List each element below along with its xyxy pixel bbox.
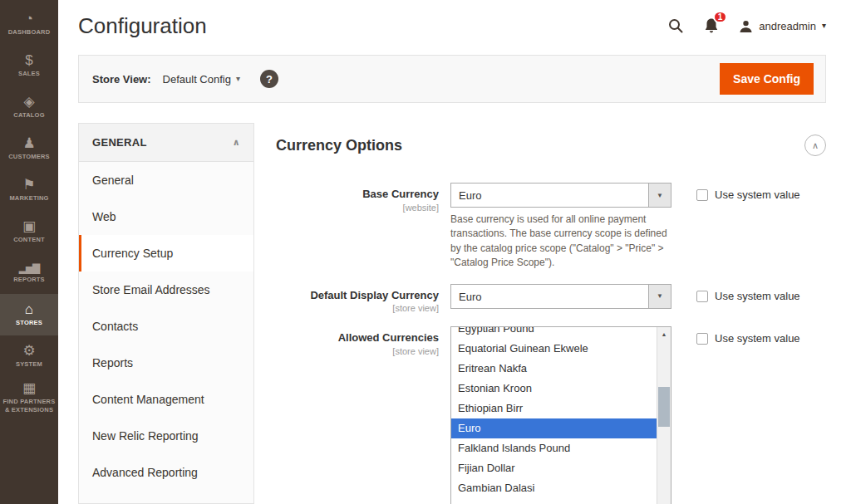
sidebar-item-catalog[interactable]: ◈ CATALOG bbox=[0, 86, 58, 128]
config-nav-item-store-email-addresses[interactable]: Store Email Addresses bbox=[79, 272, 253, 308]
notification-count-badge: 1 bbox=[713, 11, 728, 23]
collapse-section-button[interactable]: ∧ bbox=[804, 135, 826, 156]
search-icon[interactable] bbox=[667, 17, 684, 34]
currency-option[interactable]: Ethiopian Birr bbox=[451, 399, 657, 418]
config-nav-item-new-relic-reporting[interactable]: New Relic Reporting bbox=[79, 418, 253, 454]
allowed-currencies-listbox[interactable]: Egyptian Pound Equatorial Guinean Ekwele… bbox=[450, 326, 671, 504]
field-label-col: Default Display Currency [store view] bbox=[276, 284, 450, 314]
user-menu[interactable]: andreadmin ▾ bbox=[739, 19, 826, 33]
currency-option-selected[interactable]: Euro bbox=[451, 418, 657, 438]
find-partners-icon: ▦ bbox=[22, 381, 36, 395]
config-nav-item-web[interactable]: Web bbox=[79, 198, 253, 235]
sidebar-item-dashboard[interactable]: ◔ DASHBOARD bbox=[0, 3, 58, 45]
app-root: ◔ DASHBOARD $ SALES ◈ CATALOG ♟ CUSTOMER… bbox=[0, 0, 851, 504]
sidebar-item-label: CONTENT bbox=[13, 236, 45, 244]
stores-icon: ⌂ bbox=[25, 302, 33, 316]
select-dropdown-arrow-icon[interactable]: ▼ bbox=[648, 285, 671, 308]
arrow-glyph: ▼ bbox=[657, 292, 663, 300]
field-input-col: Euro ▼ bbox=[450, 284, 671, 314]
chevron-up-icon: ∧ bbox=[233, 137, 240, 148]
currency-option[interactable]: Equatorial Guinean Ekwele bbox=[451, 339, 657, 359]
page-title: Configuration bbox=[78, 13, 207, 39]
sidebar-item-label: DASHBOARD bbox=[8, 28, 51, 37]
save-config-button[interactable]: Save Config bbox=[720, 63, 814, 95]
store-view-label: Store View: bbox=[92, 73, 151, 86]
base-currency-select[interactable]: Euro ▼ bbox=[450, 183, 671, 208]
page-header: Configuration 1 bbox=[58, 0, 851, 51]
sidebar-item-customers[interactable]: ♟ CUSTOMERS bbox=[0, 128, 58, 169]
currency-option[interactable]: Gambian Dalasi bbox=[451, 478, 657, 498]
base-currency-value: Euro bbox=[451, 183, 648, 207]
sidebar-item-label: STORES bbox=[16, 319, 42, 327]
sidebar-item-label: REPORTS bbox=[13, 276, 45, 284]
sidebar-item-sales[interactable]: $ SALES bbox=[0, 45, 58, 86]
base-currency-use-system-checkbox[interactable] bbox=[696, 189, 708, 201]
field-checkbox-col: Use system value bbox=[696, 284, 800, 314]
store-view-switcher[interactable]: Default Config ▾ bbox=[163, 73, 240, 86]
sidebar-item-reports[interactable]: ▂▅▇ REPORTS bbox=[0, 252, 58, 294]
chevron-down-icon: ▾ bbox=[822, 22, 826, 30]
config-section-nav: GENERAL ∧ General Web Currency Setup Sto… bbox=[78, 123, 254, 504]
currency-option[interactable]: Fijian Dollar bbox=[451, 458, 657, 478]
config-nav-item-currency-setup[interactable]: Currency Setup bbox=[79, 235, 253, 272]
content-area: Configuration 1 bbox=[58, 0, 851, 504]
config-nav-item-content-management[interactable]: Content Management bbox=[79, 381, 253, 418]
field-base-currency: Base Currency [website] Euro ▼ Base curr… bbox=[276, 183, 826, 271]
field-default-display-currency: Default Display Currency [store view] Eu… bbox=[276, 284, 826, 314]
field-label-col: Allowed Currencies [store view] bbox=[276, 326, 450, 504]
config-nav-item-reports[interactable]: Reports bbox=[79, 345, 253, 381]
header-actions: 1 andreadmin ▾ bbox=[667, 17, 826, 34]
dashboard-icon: ◔ bbox=[25, 12, 33, 26]
chevron-down-icon: ▾ bbox=[236, 75, 240, 83]
scrollbar-thumb[interactable] bbox=[658, 387, 670, 427]
config-nav-item-general[interactable]: General bbox=[79, 162, 253, 198]
config-nav-group-general[interactable]: GENERAL ∧ bbox=[79, 124, 253, 162]
config-nav-item-advanced-reporting[interactable]: Advanced Reporting bbox=[79, 454, 253, 491]
notifications-bell-icon[interactable]: 1 bbox=[704, 17, 719, 34]
sales-icon: $ bbox=[25, 53, 32, 67]
sidebar-item-system[interactable]: ⚙ SYSTEM bbox=[0, 335, 58, 377]
scroll-up-button[interactable]: ▲ bbox=[657, 327, 671, 340]
default-display-currency-use-system-checkbox[interactable] bbox=[696, 291, 708, 302]
currency-option[interactable]: Estonian Kroon bbox=[451, 379, 657, 399]
allowed-currencies-label: Allowed Currencies bbox=[276, 331, 439, 345]
help-icon[interactable]: ? bbox=[260, 70, 278, 88]
sidebar-item-label: SALES bbox=[18, 70, 40, 78]
config-columns: GENERAL ∧ General Web Currency Setup Sto… bbox=[78, 123, 826, 504]
default-display-currency-label: Default Display Currency bbox=[276, 289, 439, 302]
default-display-currency-select[interactable]: Euro ▼ bbox=[450, 284, 671, 309]
config-nav-item-contacts[interactable]: Contacts bbox=[79, 308, 253, 345]
reports-bar-chart-icon: ▂▅▇ bbox=[19, 263, 40, 273]
use-system-value-label: Use system value bbox=[715, 290, 800, 302]
sidebar-item-stores[interactable]: ⌂ STORES bbox=[0, 294, 58, 335]
currency-option[interactable]: Falkland Islands Pound bbox=[451, 438, 657, 458]
username-label: andreadmin bbox=[759, 20, 816, 32]
sidebar-item-label: CATALOG bbox=[13, 111, 44, 120]
currency-options-list: Egyptian Pound Equatorial Guinean Ekwele… bbox=[451, 326, 657, 504]
catalog-icon: ◈ bbox=[23, 95, 34, 109]
select-dropdown-arrow-icon[interactable]: ▼ bbox=[648, 183, 671, 207]
listbox-scrollbar[interactable]: ▲ ▼ bbox=[657, 327, 671, 504]
currency-option[interactable]: Georgian Kupon Larit bbox=[451, 498, 657, 504]
customers-icon: ♟ bbox=[22, 136, 35, 150]
currency-option[interactable]: Eritrean Nakfa bbox=[451, 359, 657, 379]
section-title: Currency Options bbox=[276, 137, 402, 154]
currency-options-section: Currency Options ∧ Base Currency [websit… bbox=[276, 123, 826, 504]
section-head: Currency Options ∧ bbox=[276, 135, 826, 156]
currency-option[interactable]: Egyptian Pound bbox=[451, 326, 657, 339]
sidebar-item-marketing[interactable]: ⚑ MARKETING bbox=[0, 169, 58, 211]
store-view-current: Default Config bbox=[163, 73, 231, 86]
use-system-value-label: Use system value bbox=[715, 188, 800, 201]
allowed-currencies-scope: [store view] bbox=[276, 346, 439, 356]
allowed-currencies-use-system-checkbox[interactable] bbox=[696, 333, 708, 345]
base-currency-scope: [website] bbox=[276, 203, 439, 213]
config-nav-group-label: GENERAL bbox=[92, 136, 147, 149]
sidebar-item-label: CUSTOMERS bbox=[8, 153, 50, 161]
sidebar-item-content[interactable]: ▣ CONTENT bbox=[0, 211, 58, 252]
sidebar-item-find-partners[interactable]: ▦ FIND PARTNERS & EXTENSIONS bbox=[0, 377, 58, 418]
field-checkbox-col: Use system value bbox=[696, 183, 800, 271]
default-display-currency-value: Euro bbox=[451, 285, 648, 308]
sidebar-item-label: MARKETING bbox=[9, 194, 48, 203]
sidebar-item-label: FIND PARTNERS & EXTENSIONS bbox=[2, 398, 57, 414]
arrow-glyph: ▼ bbox=[657, 192, 663, 199]
